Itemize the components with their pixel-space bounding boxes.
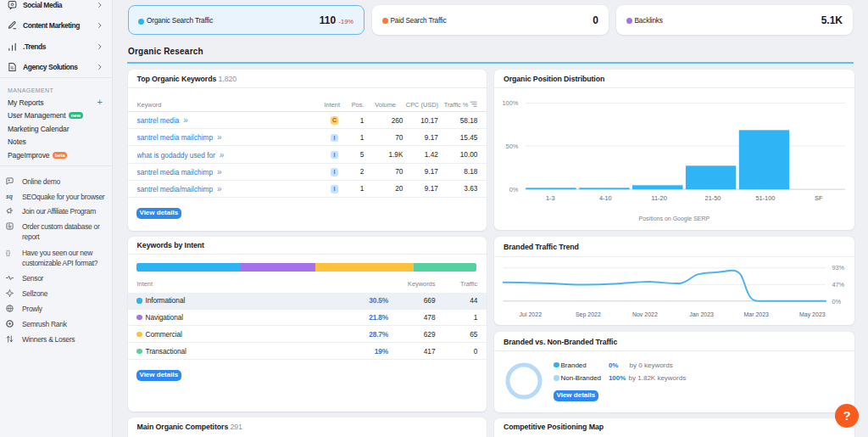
svg-text:Jul 2022: Jul 2022 bbox=[519, 311, 542, 317]
svg-text:21-50: 21-50 bbox=[704, 193, 721, 201]
svg-text:0%: 0% bbox=[509, 185, 518, 193]
svg-text:sq: sq bbox=[6, 193, 13, 200]
svg-text:{ }: { } bbox=[6, 249, 10, 256]
svg-text:Sep 2022: Sep 2022 bbox=[576, 311, 601, 318]
svg-text:Jan 2023: Jan 2023 bbox=[689, 311, 714, 317]
svg-text:Positions on Google SERP: Positions on Google SERP bbox=[638, 216, 709, 222]
svg-text:11-20: 11-20 bbox=[651, 193, 666, 201]
svg-text:50%: 50% bbox=[505, 142, 518, 149]
svg-text:100%: 100% bbox=[502, 99, 518, 107]
svg-text:51-100: 51-100 bbox=[755, 193, 775, 201]
svg-text:Mar 2023: Mar 2023 bbox=[743, 311, 769, 317]
svg-text:May 2023: May 2023 bbox=[799, 311, 826, 318]
svg-text:Nov 2022: Nov 2022 bbox=[632, 311, 658, 317]
svg-text:1-3: 1-3 bbox=[546, 193, 555, 201]
svg-text:SF: SF bbox=[815, 193, 823, 201]
svg-text:0%: 0% bbox=[832, 298, 841, 305]
svg-text:47%: 47% bbox=[832, 281, 844, 289]
svg-text:4-10: 4-10 bbox=[598, 193, 611, 201]
svg-text:93%: 93% bbox=[832, 264, 844, 272]
